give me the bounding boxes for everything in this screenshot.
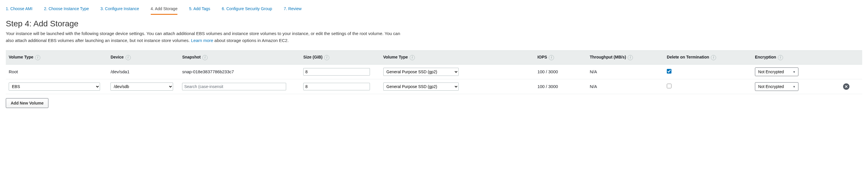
info-icon[interactable]: i xyxy=(549,55,554,60)
header-snapshot: Snapshoti xyxy=(179,51,300,65)
add-new-volume-button[interactable]: Add New Volume xyxy=(6,98,49,108)
header-device: Devicei xyxy=(107,51,179,65)
cell-throughput: N/A xyxy=(587,64,664,79)
delete-on-termination-checkbox[interactable] xyxy=(667,69,672,73)
remove-volume-icon[interactable]: ✕ xyxy=(843,84,849,90)
device-select[interactable]: /dev/sdb xyxy=(111,83,173,91)
tab-configure-instance[interactable]: 3. Configure Instance xyxy=(100,5,139,15)
info-icon[interactable]: i xyxy=(778,55,783,60)
page-description: Your instance will be launched with the … xyxy=(6,30,406,44)
header-size: Size (GiB)i xyxy=(300,51,380,65)
snapshot-search-input[interactable] xyxy=(182,83,286,90)
tab-choose-ami[interactable]: 1. Choose AMI xyxy=(6,5,32,15)
info-icon[interactable]: i xyxy=(324,55,329,60)
cell-throughput: N/A xyxy=(587,79,664,94)
cell-iops: 100 / 3000 xyxy=(535,79,587,94)
info-icon[interactable]: i xyxy=(628,55,633,60)
tab-choose-instance-type[interactable]: 2. Choose Instance Type xyxy=(44,5,89,15)
tab-review[interactable]: 7. Review xyxy=(284,5,302,15)
delete-on-termination-checkbox[interactable] xyxy=(667,84,672,88)
desc-text-2: about storage options in Amazon EC2. xyxy=(213,38,288,43)
cell-snapshot: snap-018e3837786b233c7 xyxy=(179,64,300,79)
tab-add-storage[interactable]: 4. Add Storage xyxy=(151,5,178,15)
header-volume-type: Volume Typei xyxy=(6,51,107,65)
encryption-select[interactable]: Not Encrypted xyxy=(755,67,799,76)
header-iops: IOPSi xyxy=(535,51,587,65)
header-volume-type-2: Volume Typei xyxy=(380,51,535,65)
info-icon[interactable]: i xyxy=(711,55,716,60)
header-throughput: Throughput (MB/s)i xyxy=(587,51,664,65)
wizard-tabs: 1. Choose AMI 2. Choose Instance Type 3.… xyxy=(6,3,862,15)
size-input[interactable] xyxy=(303,83,370,90)
cell-iops: 100 / 3000 xyxy=(535,64,587,79)
info-icon[interactable]: i xyxy=(35,55,40,60)
header-delete-on-termination: Delete on Terminationi xyxy=(664,51,752,65)
header-encryption: Encryptioni xyxy=(752,51,840,65)
learn-more-link[interactable]: Learn more xyxy=(191,38,213,43)
volume-type-select-row[interactable]: EBS xyxy=(9,83,100,91)
size-input[interactable] xyxy=(303,68,370,75)
storage-table: Volume Typei Devicei Snapshoti Size (GiB… xyxy=(6,51,862,94)
cell-volume-type: Root xyxy=(6,64,107,79)
info-icon[interactable]: i xyxy=(410,55,415,60)
encryption-select[interactable]: Not Encrypted xyxy=(755,82,799,91)
volume-type-select[interactable]: General Purpose SSD (gp2) xyxy=(383,83,459,91)
cell-device: /dev/sda1 xyxy=(107,64,179,79)
page-title: Step 4: Add Storage xyxy=(6,19,862,28)
tab-configure-security-group[interactable]: 6. Configure Security Group xyxy=(222,5,272,15)
info-icon[interactable]: i xyxy=(126,55,131,60)
table-row: Root /dev/sda1 snap-018e3837786b233c7 Ge… xyxy=(6,64,862,79)
info-icon[interactable]: i xyxy=(203,55,208,60)
tab-add-tags[interactable]: 5. Add Tags xyxy=(189,5,210,15)
table-row: EBS /dev/sdb General Purpose SSD (gp2) 1… xyxy=(6,79,862,94)
volume-type-select[interactable]: General Purpose SSD (gp2) xyxy=(383,68,459,76)
